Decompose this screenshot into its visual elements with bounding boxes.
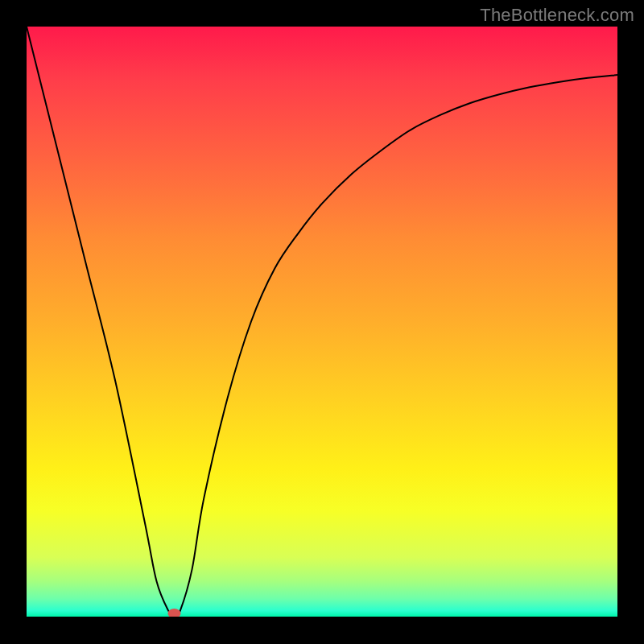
plot-area	[27, 27, 617, 617]
bottleneck-curve	[27, 27, 617, 617]
curve-svg	[27, 27, 617, 617]
watermark-text: TheBottleneck.com	[480, 5, 634, 26]
minimum-marker	[168, 609, 181, 617]
chart-frame: TheBottleneck.com	[0, 0, 644, 644]
